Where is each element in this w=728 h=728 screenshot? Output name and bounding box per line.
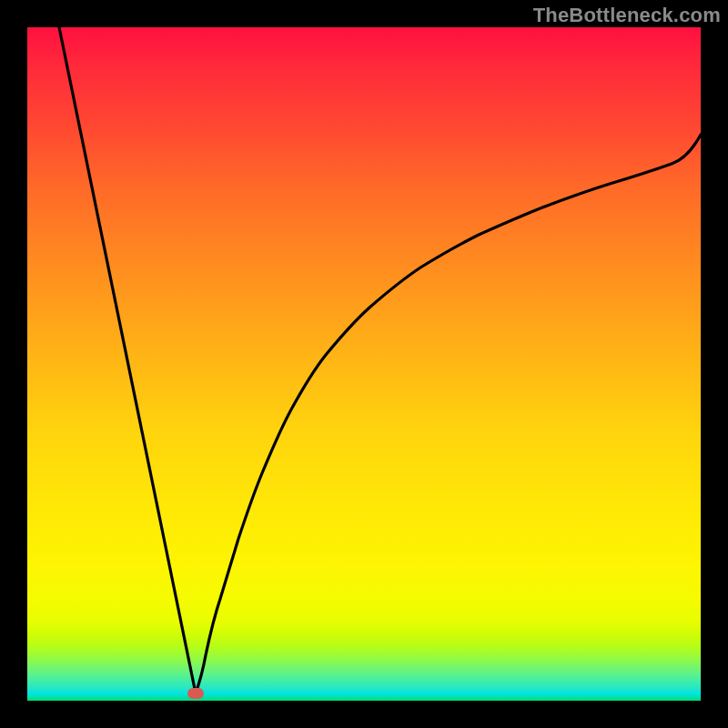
watermark-text: TheBottleneck.com — [533, 4, 721, 27]
optimal-point-marker — [187, 688, 204, 699]
chart-plot-area — [27, 27, 701, 701]
chart-frame: TheBottleneck.com — [0, 0, 728, 728]
curve-right-branch — [196, 135, 701, 693]
curve-left-branch — [59, 27, 196, 693]
bottleneck-curve — [27, 27, 701, 701]
